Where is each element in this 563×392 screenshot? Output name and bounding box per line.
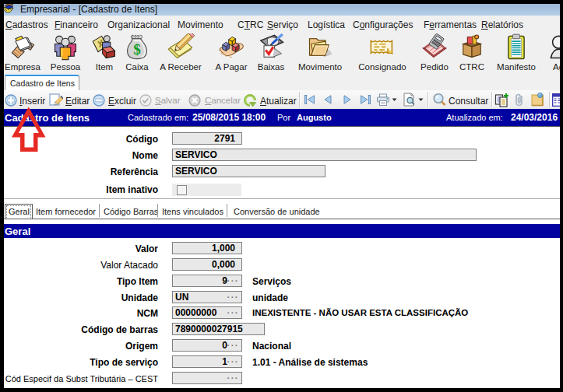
svg-text:$: $: [133, 41, 141, 58]
